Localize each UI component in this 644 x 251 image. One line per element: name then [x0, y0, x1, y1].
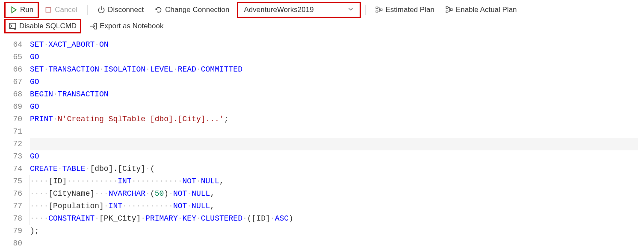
export-icon: [89, 22, 97, 30]
actual-plan-label: Enable Actual Plan: [456, 6, 517, 14]
change-connection-icon: [155, 6, 162, 14]
line-number: 75: [4, 175, 22, 188]
svg-rect-4: [446, 6, 448, 9]
line-number: 71: [4, 126, 22, 138]
line-number: 70: [4, 113, 22, 126]
play-icon: [10, 6, 18, 14]
code-line[interactable]: SET·TRANSACTION·ISOLATION·LEVEL·READ·COM…: [30, 63, 640, 76]
line-number: 64: [4, 39, 22, 51]
code-line[interactable]: PRINT·N'Creating SqlTable [dbo].[City]..…: [30, 113, 640, 126]
change-connection-button[interactable]: Change Connection: [149, 2, 235, 18]
svg-rect-5: [446, 11, 448, 13]
disable-sqlcmd-button[interactable]: Disable SQLCMD: [4, 19, 81, 33]
toolbar-separator: [365, 5, 366, 15]
svg-rect-2: [376, 11, 378, 12]
chevron-down-icon: [348, 6, 354, 14]
actual-plan-button[interactable]: Enable Actual Plan: [440, 2, 523, 18]
code-line[interactable]: GO: [30, 76, 640, 88]
line-number: 77: [4, 200, 22, 212]
estimated-plan-button[interactable]: Estimated Plan: [370, 2, 440, 18]
database-selected: AdventureWorks2019: [244, 6, 314, 14]
code-line[interactable]: BEGIN·TRANSACTION: [30, 88, 640, 101]
run-button[interactable]: Run: [4, 2, 39, 18]
code-line[interactable]: ····[Population]·INT···········NOT·NULL,: [30, 200, 640, 212]
code-line[interactable]: ····CONSTRAINT·[PK_City]·PRIMARY·KEY·CLU…: [30, 212, 640, 225]
line-number: 68: [4, 88, 22, 101]
toolbar-row-2: Disable SQLCMD Export as Notebook: [0, 18, 644, 37]
svg-rect-1: [376, 7, 378, 8]
cancel-label: Cancel: [55, 6, 77, 14]
line-number: 74: [4, 163, 22, 175]
stop-icon: [44, 6, 52, 14]
code-editor[interactable]: 6465666768697071727374757677787980 SET·X…: [0, 37, 644, 250]
actual-plan-icon: [446, 6, 453, 14]
code-line[interactable]: CREATE·TABLE·[dbo].[City]·(: [30, 163, 640, 175]
code-line[interactable]: ····[ID]···········INT···········NOT·NUL…: [30, 175, 640, 188]
line-number: 67: [4, 76, 22, 88]
sqlcmd-icon: [9, 22, 17, 30]
estimated-plan-icon: [375, 6, 383, 14]
disconnect-button[interactable]: Disconnect: [92, 2, 149, 18]
toolbar-separator: [87, 5, 88, 15]
svg-rect-3: [380, 9, 382, 10]
toolbar: Run Cancel Disconnect Change Connection …: [0, 0, 644, 18]
line-number: 80: [4, 237, 22, 250]
code-line[interactable]: );: [30, 225, 640, 237]
code-line[interactable]: [30, 237, 640, 250]
line-number: 76: [4, 188, 22, 200]
line-number: 66: [4, 63, 22, 76]
code-line[interactable]: GO: [30, 51, 640, 63]
estimated-plan-label: Estimated Plan: [386, 6, 434, 14]
line-gutter: 6465666768697071727374757677787980: [0, 39, 30, 250]
line-number: 72: [4, 138, 22, 150]
line-number: 69: [4, 101, 22, 113]
disconnect-icon: [97, 6, 105, 14]
export-notebook-label: Export as Notebook: [100, 22, 163, 30]
cancel-button: Cancel: [39, 2, 83, 18]
disconnect-label: Disconnect: [108, 6, 144, 14]
svg-rect-7: [9, 23, 16, 28]
code-line[interactable]: ····[CityName]···NVARCHAR·(50)·NOT·NULL,: [30, 188, 640, 200]
line-number: 78: [4, 212, 22, 225]
line-number: 65: [4, 51, 22, 63]
change-connection-label: Change Connection: [165, 6, 229, 14]
code-line[interactable]: GO: [30, 150, 640, 163]
code-line[interactable]: [30, 126, 640, 138]
code-area[interactable]: SET·XACT_ABORT·ONGOSET·TRANSACTION·ISOLA…: [30, 39, 644, 250]
svg-rect-0: [46, 7, 51, 12]
database-dropdown[interactable]: AdventureWorks2019: [237, 2, 361, 18]
code-line[interactable]: GO: [30, 101, 640, 113]
line-number: 79: [4, 225, 22, 237]
code-line[interactable]: SET·XACT_ABORT·ON: [30, 39, 640, 51]
run-label: Run: [20, 6, 33, 14]
svg-rect-6: [450, 9, 452, 11]
disable-sqlcmd-label: Disable SQLCMD: [19, 22, 77, 30]
line-number: 73: [4, 150, 22, 163]
export-notebook-button[interactable]: Export as Notebook: [84, 18, 169, 34]
code-line[interactable]: [30, 138, 638, 150]
